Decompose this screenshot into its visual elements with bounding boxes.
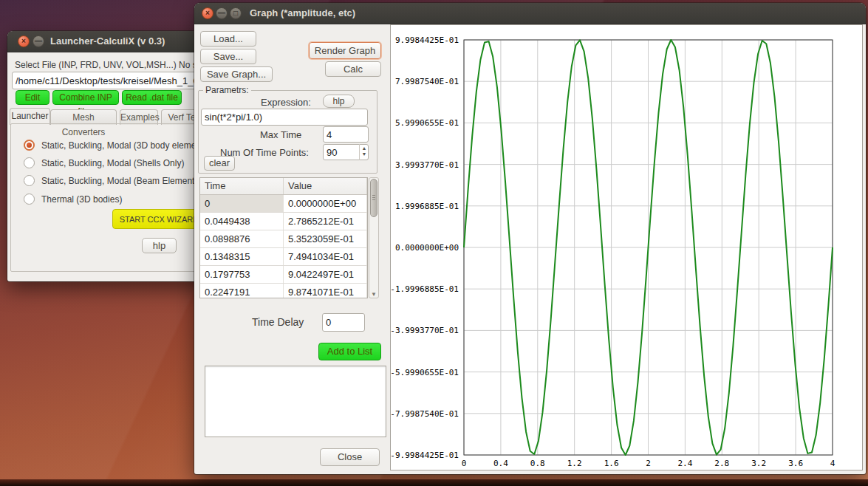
svg-text:9.9984425E-01: 9.9984425E-01 bbox=[395, 35, 459, 45]
svg-text:0.4: 0.4 bbox=[493, 459, 508, 468]
minimize-icon[interactable]: — bbox=[33, 35, 44, 47]
radio-option-label: Static, Buckling, Modal (Beam Elements O… bbox=[41, 176, 213, 186]
graph-window: × — □ Graph (*amplitude, etc) Load... Sa… bbox=[194, 3, 866, 474]
svg-text:0.8: 0.8 bbox=[530, 459, 545, 468]
svg-text:3.2: 3.2 bbox=[751, 459, 766, 468]
svg-text:1.2: 1.2 bbox=[567, 459, 582, 468]
load-button[interactable]: Load... bbox=[200, 31, 256, 47]
table-cell[interactable]: 0.0449438 bbox=[200, 213, 284, 230]
svg-text:5.9990655E-01: 5.9990655E-01 bbox=[395, 118, 459, 128]
add-to-list-button[interactable]: Add to List bbox=[318, 343, 381, 360]
minimize-icon[interactable]: — bbox=[216, 7, 228, 19]
tab-examples[interactable]: Examples bbox=[120, 109, 158, 125]
svg-text:2: 2 bbox=[646, 459, 651, 468]
table-cell[interactable]: 7.4941034E-01 bbox=[284, 248, 367, 265]
radio-icon[interactable] bbox=[24, 194, 35, 205]
graph-window-title: Graph (*amplitude, etc) bbox=[250, 7, 355, 18]
column-header-value[interactable]: Value bbox=[284, 178, 367, 194]
svg-text:2.8: 2.8 bbox=[714, 459, 729, 468]
svg-text:-7.9987540E-01: -7.9987540E-01 bbox=[391, 409, 459, 419]
table-header[interactable]: Time Value bbox=[200, 178, 367, 195]
svg-text:2.4: 2.4 bbox=[677, 459, 692, 468]
save-graph-button[interactable]: Save Graph... bbox=[200, 66, 273, 82]
table-row[interactable]: 0.13483157.4941034E-01 bbox=[200, 248, 367, 266]
tab-launcher[interactable]: Launcher bbox=[10, 108, 50, 125]
table-row[interactable]: 00.0000000E+00 bbox=[200, 195, 367, 213]
table-cell[interactable]: 0.2247191 bbox=[200, 284, 284, 298]
radio-icon[interactable] bbox=[24, 175, 35, 186]
time-delay-input[interactable] bbox=[322, 313, 365, 332]
combine-inp-files-button[interactable]: Combine INP files bbox=[52, 90, 119, 105]
launcher-window-title: Launcher-CalculiX (v 0.3) bbox=[50, 35, 165, 47]
svg-text:7.9987540E-01: 7.9987540E-01 bbox=[395, 77, 459, 86]
time-delay-label: Time Delay bbox=[252, 316, 304, 328]
table-cell[interactable]: 0.0898876 bbox=[200, 230, 284, 247]
svg-text:-3.9993770E-01: -3.9993770E-01 bbox=[391, 326, 459, 335]
scroll-down-arrow-icon[interactable]: ▼ bbox=[369, 291, 378, 298]
radio-option[interactable]: Static, Buckling, Modal (Beam Elements O… bbox=[24, 174, 213, 185]
parameters-frame-label: Parametrs: bbox=[203, 85, 251, 95]
radio-option-label: Static, Buckling, Modal (Shells Only) bbox=[41, 158, 184, 168]
table-scrollbar[interactable]: ▼ bbox=[369, 177, 379, 298]
table-row[interactable]: 0.04494382.7865212E-01 bbox=[200, 213, 367, 230]
num-time-points-spinbox[interactable]: ▲▼ bbox=[323, 144, 369, 160]
tab-mesh-converters[interactable]: Mesh Converters bbox=[50, 109, 117, 125]
launcher-help-button[interactable]: hlp bbox=[142, 238, 177, 253]
table-cell[interactable]: 9.0422497E-01 bbox=[284, 266, 367, 283]
radio-option[interactable]: Thermal (3D bodies) bbox=[24, 192, 122, 204]
x-axis-tick-labels: 00.40.81.21.622.42.83.23.64 bbox=[462, 459, 835, 468]
max-time-label: Max Time bbox=[260, 129, 301, 140]
max-time-input[interactable] bbox=[323, 126, 369, 143]
read-dat-file-button[interactable]: Read .dat file bbox=[122, 90, 182, 105]
edit-button[interactable]: Edit bbox=[16, 90, 49, 105]
svg-text:-5.9990655E-01: -5.9990655E-01 bbox=[391, 368, 459, 377]
maximize-icon[interactable]: □ bbox=[230, 7, 242, 19]
radio-selected-icon[interactable] bbox=[24, 140, 35, 151]
table-row[interactable]: 0.17977539.0422497E-01 bbox=[200, 266, 367, 284]
save-button[interactable]: Save... bbox=[200, 49, 256, 64]
table-cell[interactable]: 0.1348315 bbox=[200, 248, 284, 265]
scrollbar-thumb[interactable] bbox=[370, 179, 377, 217]
expression-label: Expression: bbox=[261, 97, 311, 108]
expression-input[interactable] bbox=[201, 109, 368, 126]
amplitude-plot-svg: 9.9984425E-017.9987540E-015.9990655E-013… bbox=[391, 25, 862, 470]
spinner-arrows-icon[interactable]: ▲▼ bbox=[359, 144, 369, 160]
svg-text:-1.9996885E-01: -1.9996885E-01 bbox=[391, 284, 459, 294]
close-icon[interactable]: × bbox=[202, 7, 213, 19]
table-cell[interactable]: 0.0000000E+00 bbox=[284, 195, 367, 212]
table-row[interactable]: 0.08988765.3523059E-01 bbox=[200, 230, 367, 248]
svg-text:3.6: 3.6 bbox=[788, 459, 803, 468]
expression-help-button[interactable]: hlp bbox=[323, 95, 355, 108]
close-button[interactable]: Close bbox=[320, 448, 380, 466]
svg-text:4: 4 bbox=[830, 459, 835, 468]
svg-text:1.9996885E-01: 1.9996885E-01 bbox=[395, 202, 459, 211]
calc-button[interactable]: Calc bbox=[325, 61, 381, 77]
render-graph-button[interactable]: Render Graph bbox=[309, 42, 381, 59]
table-cell[interactable]: 2.7865212E-01 bbox=[284, 213, 367, 230]
graph-canvas: 9.9984425E-017.9987540E-015.9990655E-013… bbox=[390, 24, 863, 470]
column-header-time[interactable]: Time bbox=[200, 178, 284, 194]
svg-text:-9.9984425E-01: -9.9984425E-01 bbox=[391, 451, 459, 460]
y-axis-tick-labels: 9.9984425E-017.9987540E-015.9990655E-013… bbox=[391, 35, 459, 460]
close-icon[interactable]: × bbox=[18, 35, 30, 47]
table-cell[interactable]: 0 bbox=[200, 195, 284, 212]
graph-titlebar[interactable]: × — □ Graph (*amplitude, etc) bbox=[194, 3, 866, 24]
amplitude-table-body: 00.0000000E+000.04494382.7865212E-010.08… bbox=[200, 195, 367, 298]
desktop-background: × — Launcher-CalculiX (v 0.3) Select Fil… bbox=[0, 0, 868, 486]
time-value-table[interactable]: Time Value 00.0000000E+000.04494382.7865… bbox=[199, 177, 368, 298]
radio-option-label: Static, Buckling, Modal (3D body element… bbox=[41, 140, 208, 151]
svg-text:1.6: 1.6 bbox=[604, 459, 619, 468]
table-row[interactable]: 0.22471919.8741071E-01 bbox=[200, 284, 367, 298]
table-cell[interactable]: 9.8741071E-01 bbox=[284, 284, 367, 298]
table-cell[interactable]: 5.3523059E-01 bbox=[284, 230, 367, 247]
bottom-edge-bar bbox=[0, 479, 868, 486]
amplitude-listbox[interactable] bbox=[205, 366, 386, 437]
radio-option-label: Thermal (3D bodies) bbox=[41, 194, 122, 205]
table-cell[interactable]: 0.1797753 bbox=[200, 266, 284, 283]
svg-text:3.9993770E-01: 3.9993770E-01 bbox=[395, 160, 459, 170]
svg-text:0: 0 bbox=[462, 459, 467, 468]
radio-icon[interactable] bbox=[24, 157, 35, 168]
radio-option[interactable]: Static, Buckling, Modal (Shells Only) bbox=[24, 156, 184, 168]
radio-option[interactable]: Static, Buckling, Modal (3D body element… bbox=[24, 138, 208, 150]
clear-button[interactable]: clear bbox=[204, 156, 235, 171]
